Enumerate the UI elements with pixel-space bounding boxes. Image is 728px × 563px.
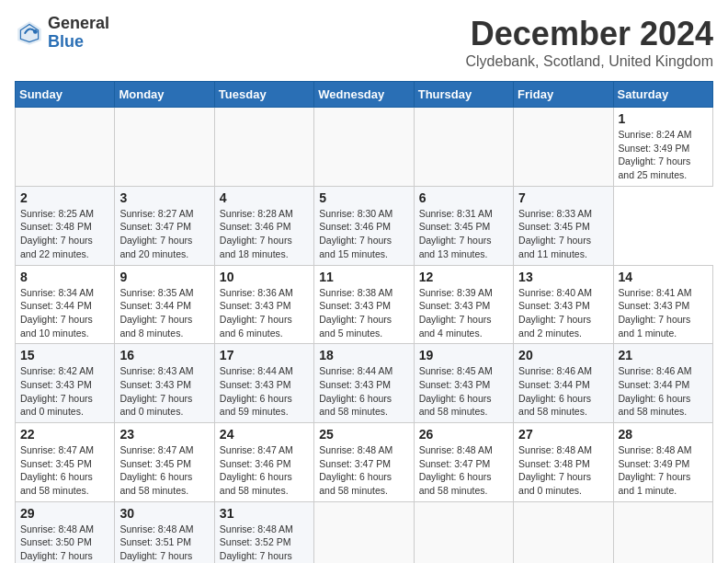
daylight-text: Daylight: 7 hours and 15 minutes.: [319, 235, 392, 259]
sunrise-text: Sunrise: 8:48 AM: [319, 444, 392, 455]
sunrise-text: Sunrise: 8:40 AM: [518, 287, 592, 298]
sunrise-text: Sunrise: 8:27 AM: [119, 208, 193, 219]
calendar-cell: 25 Sunrise: 8:48 AM Sunset: 3:47 PM Dayl…: [314, 423, 414, 502]
sunrise-text: Sunrise: 8:46 AM: [619, 365, 692, 376]
daylight-text: Daylight: 7 hours and 2 minutes.: [20, 550, 93, 563]
sunrise-text: Sunrise: 8:48 AM: [220, 523, 293, 534]
calendar-cell: 19 Sunrise: 8:45 AM Sunset: 3:43 PM Dayl…: [414, 344, 513, 423]
sunrise-text: Sunrise: 8:42 AM: [20, 365, 94, 376]
day-info: Sunrise: 8:24 AM Sunset: 3:49 PM Dayligh…: [619, 128, 708, 182]
sunrise-text: Sunrise: 8:48 AM: [119, 523, 193, 534]
day-info: Sunrise: 8:25 AM Sunset: 3:48 PM Dayligh…: [20, 207, 109, 261]
calendar-table: SundayMondayTuesdayWednesdayThursdayFrid…: [15, 81, 713, 563]
calendar-cell: [514, 501, 613, 563]
calendar-cell: 26 Sunrise: 8:48 AM Sunset: 3:47 PM Dayl…: [414, 423, 513, 502]
calendar-cell: 31 Sunrise: 8:48 AM Sunset: 3:52 PM Dayl…: [214, 501, 313, 563]
column-header-wednesday: Wednesday: [314, 82, 414, 108]
sunrise-text: Sunrise: 8:30 AM: [319, 208, 392, 219]
day-number: 19: [419, 348, 508, 362]
day-number: 16: [119, 348, 209, 362]
calendar-cell: [613, 501, 712, 563]
sunset-text: Sunset: 3:44 PM: [119, 300, 191, 311]
daylight-text: Daylight: 7 hours and 8 minutes.: [119, 314, 192, 339]
calendar-cell: 12 Sunrise: 8:39 AM Sunset: 3:43 PM Dayl…: [414, 265, 513, 344]
day-info: Sunrise: 8:48 AM Sunset: 3:51 PM Dayligh…: [119, 523, 209, 563]
sunset-text: Sunset: 3:43 PM: [419, 300, 491, 311]
sunrise-text: Sunrise: 8:48 AM: [20, 523, 94, 534]
day-number: 17: [220, 348, 309, 362]
daylight-text: Daylight: 7 hours and 0 minutes.: [518, 471, 591, 496]
day-info: Sunrise: 8:35 AM Sunset: 3:44 PM Dayligh…: [119, 286, 209, 340]
day-number: 15: [20, 348, 109, 362]
calendar-cell: 2 Sunrise: 8:25 AM Sunset: 3:48 PM Dayli…: [16, 186, 115, 265]
sunset-text: Sunset: 3:46 PM: [220, 458, 291, 469]
sunset-text: Sunset: 3:43 PM: [518, 300, 590, 311]
sunset-text: Sunset: 3:43 PM: [220, 300, 291, 311]
daylight-text: Daylight: 7 hours and 18 minutes.: [220, 235, 292, 259]
calendar-cell: 30 Sunrise: 8:48 AM Sunset: 3:51 PM Dayl…: [115, 501, 214, 563]
day-number: 12: [419, 270, 508, 284]
sunset-text: Sunset: 3:43 PM: [319, 379, 391, 390]
calendar-week-3: 8 Sunrise: 8:34 AM Sunset: 3:44 PM Dayli…: [16, 265, 713, 344]
calendar-cell: 22 Sunrise: 8:47 AM Sunset: 3:45 PM Dayl…: [16, 423, 115, 502]
daylight-text: Daylight: 7 hours and 0 minutes.: [20, 393, 93, 418]
day-number: 6: [419, 190, 508, 205]
day-info: Sunrise: 8:44 AM Sunset: 3:43 PM Dayligh…: [319, 364, 408, 419]
calendar-cell: 10 Sunrise: 8:36 AM Sunset: 3:43 PM Dayl…: [214, 265, 313, 344]
daylight-text: Daylight: 6 hours and 58 minutes.: [220, 471, 292, 496]
day-info: Sunrise: 8:39 AM Sunset: 3:43 PM Dayligh…: [419, 286, 508, 340]
calendar-cell: 27 Sunrise: 8:48 AM Sunset: 3:48 PM Dayl…: [514, 423, 613, 502]
calendar-cell: 1 Sunrise: 8:24 AM Sunset: 3:49 PM Dayli…: [613, 108, 712, 187]
sunrise-text: Sunrise: 8:28 AM: [220, 208, 293, 219]
sunrise-text: Sunrise: 8:33 AM: [518, 208, 592, 219]
day-info: Sunrise: 8:46 AM Sunset: 3:44 PM Dayligh…: [619, 364, 708, 419]
calendar-week-6: 29 Sunrise: 8:48 AM Sunset: 3:50 PM Dayl…: [16, 501, 713, 563]
day-info: Sunrise: 8:28 AM Sunset: 3:46 PM Dayligh…: [220, 207, 309, 261]
daylight-text: Daylight: 6 hours and 58 minutes.: [20, 471, 93, 496]
sunrise-text: Sunrise: 8:41 AM: [619, 287, 692, 298]
daylight-text: Daylight: 7 hours and 10 minutes.: [20, 314, 93, 339]
daylight-text: Daylight: 7 hours and 2 minutes.: [518, 314, 591, 339]
calendar-header-row: SundayMondayTuesdayWednesdayThursdayFrid…: [16, 82, 713, 108]
day-number: 18: [319, 348, 408, 362]
day-number: 29: [20, 506, 109, 521]
day-number: 28: [619, 427, 708, 442]
calendar-cell: 13 Sunrise: 8:40 AM Sunset: 3:43 PM Dayl…: [514, 265, 613, 344]
calendar-cell: 5 Sunrise: 8:30 AM Sunset: 3:46 PM Dayli…: [314, 186, 414, 265]
calendar-cell: 8 Sunrise: 8:34 AM Sunset: 3:44 PM Dayli…: [16, 265, 115, 344]
day-info: Sunrise: 8:47 AM Sunset: 3:45 PM Dayligh…: [20, 443, 109, 498]
daylight-text: Daylight: 6 hours and 58 minutes.: [119, 471, 192, 496]
sunset-text: Sunset: 3:50 PM: [20, 536, 92, 547]
sunrise-text: Sunrise: 8:44 AM: [319, 365, 392, 376]
sunset-text: Sunset: 3:45 PM: [20, 458, 92, 469]
sunset-text: Sunset: 3:49 PM: [619, 458, 690, 469]
sunrise-text: Sunrise: 8:47 AM: [20, 444, 94, 455]
sunset-text: Sunset: 3:44 PM: [20, 300, 92, 311]
calendar-cell: [115, 108, 214, 187]
day-number: 8: [20, 270, 109, 284]
day-info: Sunrise: 8:47 AM Sunset: 3:46 PM Dayligh…: [220, 443, 309, 498]
calendar-week-2: 2 Sunrise: 8:25 AM Sunset: 3:48 PM Dayli…: [16, 186, 713, 265]
daylight-text: Daylight: 7 hours and 0 minutes.: [119, 393, 192, 418]
daylight-text: Daylight: 7 hours and 4 minutes.: [220, 550, 292, 563]
daylight-text: Daylight: 7 hours and 4 minutes.: [419, 314, 492, 339]
day-number: 27: [518, 427, 608, 442]
day-number: 14: [619, 270, 708, 284]
daylight-text: Daylight: 7 hours and 11 minutes.: [518, 235, 591, 259]
sunrise-text: Sunrise: 8:48 AM: [619, 444, 692, 455]
calendar-cell: 15 Sunrise: 8:42 AM Sunset: 3:43 PM Dayl…: [16, 344, 115, 423]
day-number: 2: [20, 190, 109, 205]
daylight-text: Daylight: 6 hours and 58 minutes.: [319, 471, 392, 496]
month-title: December 2024: [466, 15, 714, 53]
sunset-text: Sunset: 3:43 PM: [220, 379, 291, 390]
day-info: Sunrise: 8:31 AM Sunset: 3:45 PM Dayligh…: [419, 207, 508, 261]
day-number: 24: [220, 427, 309, 442]
daylight-text: Daylight: 6 hours and 58 minutes.: [419, 393, 492, 418]
daylight-text: Daylight: 6 hours and 59 minutes.: [220, 393, 292, 418]
daylight-text: Daylight: 7 hours and 3 minutes.: [119, 550, 192, 563]
sunrise-text: Sunrise: 8:25 AM: [20, 208, 94, 219]
column-header-tuesday: Tuesday: [214, 82, 313, 108]
sunset-text: Sunset: 3:47 PM: [419, 458, 491, 469]
calendar-week-4: 15 Sunrise: 8:42 AM Sunset: 3:43 PM Dayl…: [16, 344, 713, 423]
day-info: Sunrise: 8:43 AM Sunset: 3:43 PM Dayligh…: [119, 364, 209, 419]
